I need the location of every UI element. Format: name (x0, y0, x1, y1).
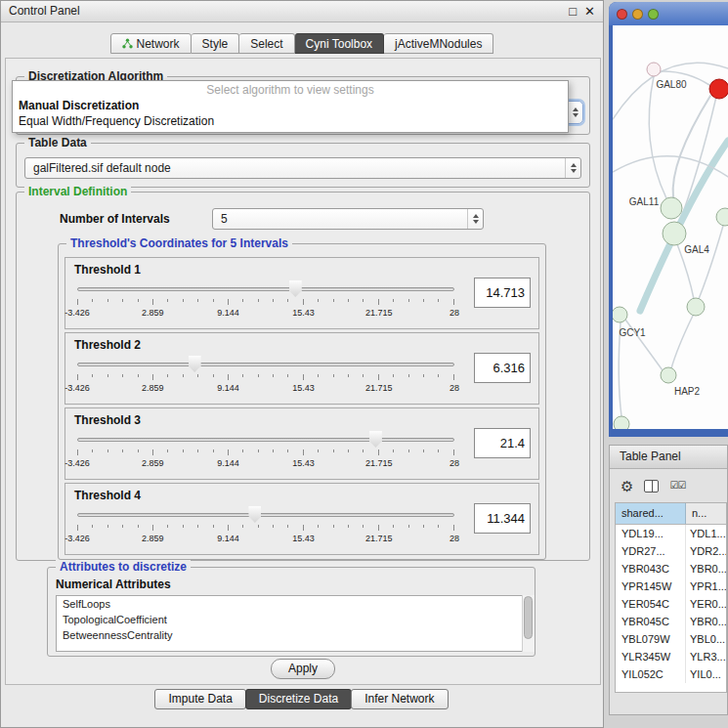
slider-track[interactable] (77, 513, 454, 517)
tick-label: 2.859 (142, 308, 164, 318)
tick-mark (213, 525, 214, 528)
network-node[interactable] (613, 307, 627, 322)
attribute-item[interactable]: TopologicalCoefficient (57, 612, 526, 627)
attribute-item[interactable]: BetweennessCentrality (57, 627, 526, 643)
tick-mark (363, 374, 364, 377)
tick-mark (333, 450, 334, 452)
apply-button[interactable]: Apply (271, 659, 335, 679)
tab-cyni-toolbox[interactable]: Cyni Toolbox (295, 33, 384, 54)
tick-mark (303, 374, 304, 380)
tick-mark (408, 525, 409, 528)
slider-thumb[interactable] (189, 356, 201, 372)
dropdown-option-manual-discretization[interactable]: Manual Discretization (13, 97, 568, 112)
tick-label: 21.715 (365, 383, 393, 393)
tick-mark (438, 374, 439, 377)
tick-label: 15.43 (292, 383, 315, 393)
stepper-icon (565, 158, 580, 178)
network-edge (640, 141, 728, 311)
tick-mark (167, 299, 168, 302)
scrollbar-thumb[interactable] (524, 596, 533, 639)
table-row[interactable]: YPR145WYPR1... (616, 578, 726, 595)
network-canvas-area: GAL80GAL11GAL4GCY1HAP2 (613, 25, 728, 429)
tab-label: Cyni Toolbox (306, 37, 372, 51)
network-node[interactable] (661, 367, 676, 383)
tick-mark (378, 374, 379, 380)
table-data-combobox[interactable]: galFiltered.sif default node (24, 157, 581, 179)
tab-style[interactable]: Style (192, 33, 240, 54)
network-node[interactable] (687, 298, 705, 316)
slider-thumb[interactable] (248, 506, 261, 523)
network-node[interactable] (661, 197, 682, 219)
group-legend: Interval Definition (24, 185, 131, 199)
slider-track[interactable] (77, 438, 454, 442)
minimize-button[interactable] (632, 9, 643, 20)
float-window-button[interactable]: □ (569, 5, 577, 19)
network-node[interactable] (647, 63, 661, 76)
bottom-tab-discretize-data[interactable]: Discretize Data (245, 689, 352, 709)
tick-mark (318, 374, 319, 377)
tick-mark (183, 374, 184, 377)
network-edge (699, 226, 723, 299)
table-row[interactable]: YLR345WYLR3... (616, 648, 726, 665)
slider-track[interactable] (77, 363, 454, 366)
table-row[interactable]: YDR27...YDR2... (616, 542, 726, 560)
table-cell: YDL19... (616, 525, 686, 542)
select-columns-icon[interactable]: ☑☑ (669, 481, 685, 491)
table-data-combobox-value: galFiltered.sif default node (33, 161, 171, 175)
threshold-value-field[interactable]: 21.4 (474, 428, 531, 458)
network-node[interactable] (716, 208, 728, 226)
group-legend: Table Data (24, 136, 91, 150)
table-row[interactable]: YBL079WYBL0... (616, 630, 726, 648)
slider-track[interactable] (77, 287, 454, 291)
table-cell: YLR345W (616, 648, 686, 665)
dropdown-option-equal-width-frequency[interactable]: Equal Width/Frequency Discretization (13, 112, 568, 128)
slider-ticks (77, 525, 454, 531)
attribute-item[interactable]: SelfLoops (57, 596, 526, 612)
slider-thumb[interactable] (289, 280, 302, 297)
column-header-name[interactable]: n... (686, 503, 726, 524)
zoom-button[interactable] (648, 9, 659, 20)
number-of-intervals-combobox[interactable]: 5 (212, 208, 484, 230)
table-cell: YIL052C (616, 665, 686, 683)
gear-icon[interactable]: ⚙ (621, 479, 633, 493)
tick-mark (183, 299, 184, 302)
network-tab-icon (122, 38, 133, 49)
tick-mark (287, 374, 288, 377)
network-edge (671, 316, 693, 368)
column-header-shared-name[interactable]: shared... (616, 503, 686, 524)
tab-jactivemnodules[interactable]: jActiveMNodules (384, 33, 493, 54)
table-row[interactable]: YBR045CYBR0... (616, 613, 726, 630)
tick-mark (92, 450, 93, 452)
network-node[interactable] (663, 222, 686, 245)
bottom-tab-infer-network[interactable]: Infer Network (351, 689, 448, 709)
tick-mark (378, 450, 379, 455)
threshold-value-field[interactable]: 6.316 (474, 353, 531, 383)
table-row[interactable]: YBR043CYBR0... (616, 560, 726, 578)
table-cell: YBR045C (616, 613, 686, 630)
network-node[interactable] (614, 416, 629, 429)
tick-mark (303, 299, 304, 305)
tick-mark (363, 450, 364, 452)
bottom-tab-impute-data[interactable]: Impute Data (154, 689, 245, 709)
table-row[interactable]: YIL052CYIL0... (616, 665, 726, 683)
attribute-list-scrollbar[interactable] (522, 595, 535, 652)
table-row[interactable]: YDL19...YDL1... (616, 525, 726, 542)
stepper-icon (567, 102, 582, 123)
close-button[interactable] (617, 9, 627, 20)
network-canvas[interactable]: GAL80GAL11GAL4GCY1HAP2 (613, 25, 728, 429)
attribute-list: SelfLoopsTopologicalCoefficientBetweenne… (56, 595, 527, 652)
tick-mark (152, 374, 153, 380)
close-window-button[interactable]: ✕ (584, 5, 595, 19)
slider-ticks (77, 299, 454, 305)
threshold-value-field[interactable]: 11.344 (474, 503, 531, 534)
threshold-value-field[interactable]: 14.713 (474, 278, 531, 308)
columns-icon[interactable] (644, 480, 659, 492)
tab-network[interactable]: Network (110, 33, 192, 54)
table-cell: YER0... (686, 595, 726, 613)
tab-select[interactable]: Select (239, 33, 294, 54)
interval-definition-group: Interval Definition Number of Intervals … (16, 192, 590, 561)
network-node[interactable] (709, 79, 728, 99)
tick-mark (258, 299, 259, 302)
slider-thumb[interactable] (369, 431, 382, 448)
table-row[interactable]: YER054CYER0... (616, 595, 726, 613)
